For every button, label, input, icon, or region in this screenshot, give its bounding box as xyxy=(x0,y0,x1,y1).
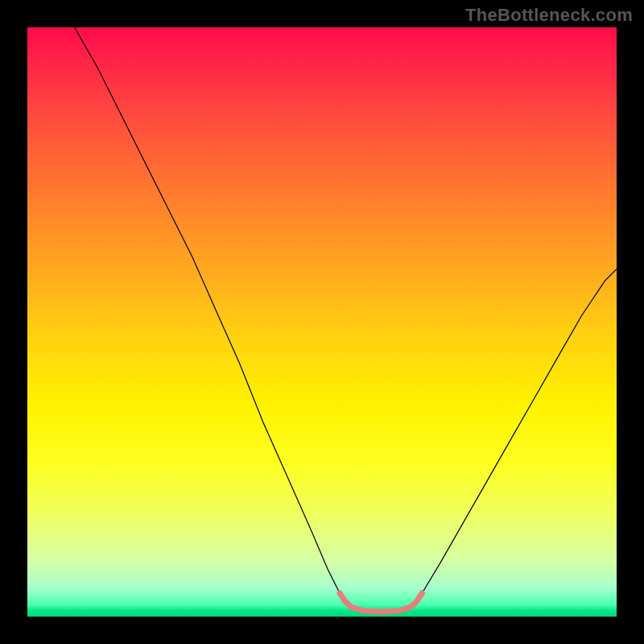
valley-marker-curve xyxy=(340,593,422,612)
plot-frame xyxy=(27,27,617,617)
left-arm-curve xyxy=(75,27,340,593)
curve-layer xyxy=(27,27,617,617)
watermark-text: TheBottleneck.com xyxy=(465,5,633,26)
chart-stage: TheBottleneck.com xyxy=(0,0,644,644)
right-arm-curve xyxy=(422,269,617,593)
